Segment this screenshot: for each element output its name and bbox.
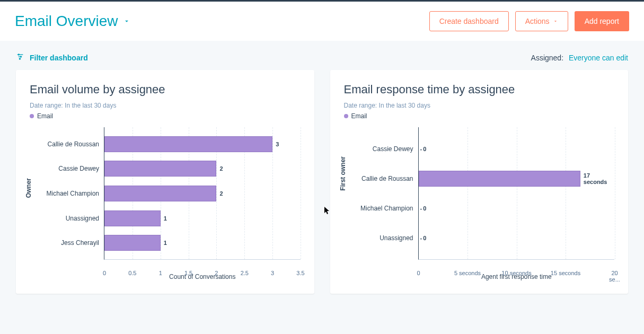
bar-row: Jess Cherayil1	[104, 235, 167, 251]
x-tick: 5 seconds	[454, 270, 481, 276]
bar-row: Michael Champion-0	[419, 200, 425, 216]
x-tick: 0	[417, 270, 420, 276]
legend-dot-icon	[30, 114, 34, 118]
filter-dashboard-button[interactable]: Filter dashboard	[16, 52, 88, 63]
bar-value-label: 2	[219, 190, 223, 197]
date-range: Date range: In the last 30 days	[30, 102, 301, 109]
category-label: Unassigned	[380, 230, 418, 246]
chart-area: Owner Count of Conversations 00.511.522.…	[30, 127, 301, 281]
header-actions: Create dashboard Actions Add report	[429, 11, 629, 31]
chevron-down-icon	[553, 19, 558, 24]
x-tick: 0.5	[128, 270, 136, 276]
x-tick: 3	[271, 270, 274, 276]
bars-container: Agent first response time 05 seconds10 s…	[418, 127, 615, 260]
filter-bar: Filter dashboard Assigned: Everyone can …	[0, 41, 644, 70]
chart-legend: Email	[30, 112, 301, 120]
x-tick: 20 se...	[609, 270, 620, 283]
bar-value-label: 1	[164, 240, 167, 246]
bar[interactable]	[104, 186, 216, 201]
assigned-label: Assigned:	[531, 54, 563, 62]
dashboard-title-dropdown[interactable]: Email Overview	[15, 13, 130, 30]
svg-point-5	[19, 58, 20, 59]
dashboard-cards: Email volume by assignee Date range: In …	[0, 70, 644, 294]
chart-legend: Email	[344, 112, 615, 120]
legend-label: Email	[351, 112, 367, 120]
x-tick: 10 seconds	[501, 270, 531, 276]
y-axis-label: Owner	[25, 178, 32, 198]
bars-container: Count of Conversations 00.511.522.533.5C…	[104, 127, 301, 260]
category-label: Unassigned	[66, 210, 104, 226]
bar-row: Unassigned-0	[419, 230, 425, 246]
bar-row: Cassie Dewey-0	[419, 141, 425, 157]
x-tick: 2	[215, 270, 218, 276]
bar-row: Michael Champion2	[104, 186, 223, 201]
bar-value-label: 1	[164, 215, 167, 222]
bar-row: Unassigned1	[104, 210, 167, 226]
bar-value-label: 17 seconds	[584, 172, 614, 185]
y-axis-label: First owner	[339, 156, 347, 191]
category-label: Cassie Dewey	[58, 161, 104, 177]
bar-row: Callie de Roussan17 seconds	[419, 171, 615, 187]
legend-dot-icon	[344, 114, 348, 118]
date-range: Date range: In the last 30 days	[344, 102, 615, 109]
category-label: Jess Cherayil	[61, 235, 104, 251]
legend-label: Email	[37, 112, 53, 120]
svg-point-4	[20, 56, 21, 57]
header-bar: Email Overview Create dashboard Actions …	[0, 0, 644, 41]
x-tick: 3.5	[296, 270, 304, 276]
bar-value-label: -0	[420, 200, 427, 216]
x-tick: 15 seconds	[551, 270, 580, 276]
category-label: Callie de Roussan	[361, 171, 418, 187]
filter-icon	[16, 52, 24, 63]
add-report-button[interactable]: Add report	[575, 11, 629, 31]
category-label: Callie de Roussan	[48, 136, 104, 152]
x-tick: 1	[159, 270, 162, 276]
chevron-down-icon	[123, 17, 130, 25]
bar-value-label: 2	[219, 165, 223, 172]
bar-value-label: -0	[420, 230, 427, 246]
svg-point-3	[18, 54, 19, 55]
card-title: Email volume by assignee	[30, 83, 301, 96]
x-tick: 2.5	[241, 270, 249, 276]
bar-row: Callie de Roussan3	[104, 136, 279, 152]
report-card-email-volume: Email volume by assignee Date range: In …	[16, 70, 314, 294]
bar[interactable]	[104, 235, 161, 251]
filter-label: Filter dashboard	[30, 54, 88, 62]
card-title: Email response time by assignee	[344, 83, 615, 96]
actions-dropdown-button[interactable]: Actions	[515, 11, 568, 31]
assigned-info: Assigned: Everyone can edit	[531, 54, 628, 62]
category-label: Cassie Dewey	[373, 141, 419, 157]
bar[interactable]	[104, 136, 272, 152]
page-title: Email Overview	[15, 13, 118, 30]
chart-area: First owner Agent first response time 05…	[344, 127, 615, 281]
bar-value-label: -0	[420, 141, 427, 157]
bar[interactable]	[419, 171, 580, 187]
x-tick: 0	[103, 270, 106, 276]
bar-value-label: 3	[276, 141, 279, 147]
actions-label: Actions	[525, 17, 550, 25]
bar[interactable]	[104, 161, 216, 177]
bar[interactable]	[104, 210, 161, 226]
x-axis-label: Count of Conversations	[169, 273, 235, 280]
report-card-response-time: Email response time by assignee Date ran…	[330, 70, 629, 294]
create-dashboard-button[interactable]: Create dashboard	[429, 11, 509, 31]
x-tick: 1.5	[184, 270, 192, 276]
bar-row: Cassie Dewey2	[104, 161, 223, 177]
assigned-link[interactable]: Everyone can edit	[569, 54, 628, 62]
category-label: Michael Champion	[47, 186, 104, 201]
category-label: Michael Champion	[360, 200, 418, 216]
